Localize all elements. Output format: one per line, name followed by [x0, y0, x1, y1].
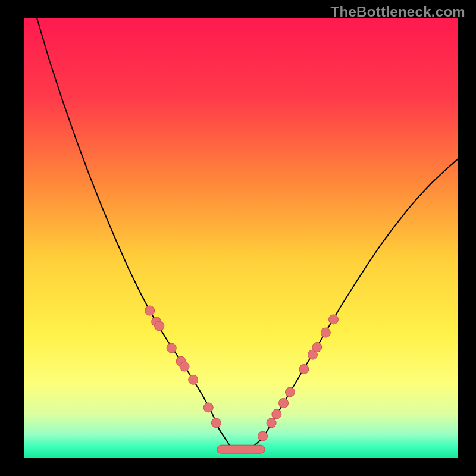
data-dot — [258, 431, 268, 441]
data-dot — [321, 328, 330, 337]
gradient-background — [24, 18, 458, 458]
plot-area — [24, 18, 458, 458]
data-dot — [203, 403, 213, 412]
chart-stage: TheBottleneck.com — [0, 0, 476, 476]
data-dot — [285, 387, 295, 397]
data-dot — [279, 399, 289, 408]
bottom-band — [217, 445, 265, 453]
data-dot — [180, 362, 189, 371]
data-dot — [167, 343, 176, 353]
data-dot — [211, 418, 221, 428]
data-dot — [272, 409, 281, 419]
data-dot — [312, 343, 322, 352]
data-dot — [267, 418, 276, 428]
chart-svg — [24, 18, 458, 458]
data-dot — [299, 365, 309, 374]
data-dot — [155, 321, 164, 331]
data-dot — [145, 306, 155, 315]
data-dot — [328, 315, 338, 324]
data-dot — [189, 375, 198, 384]
